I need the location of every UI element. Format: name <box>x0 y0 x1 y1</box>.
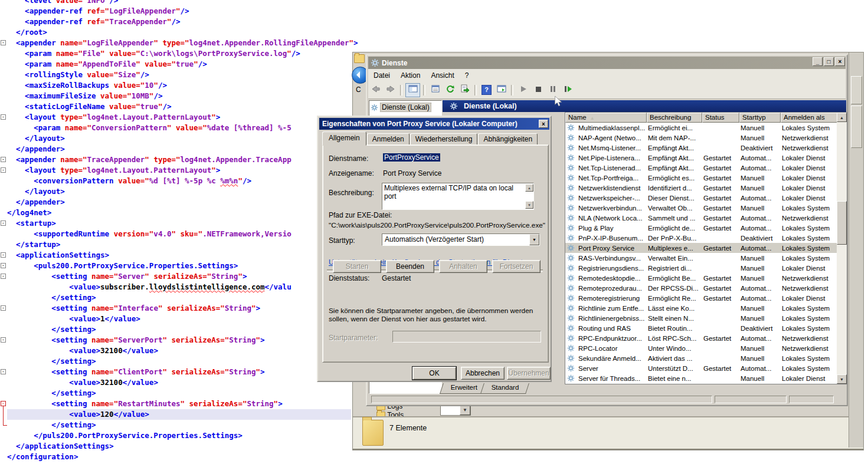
table-row[interactable]: Net.Tcp-Portfreiga...Ermöglicht es...Ges… <box>565 173 837 183</box>
code-line[interactable]: <staticLogFileName value="true"/> <box>7 101 358 112</box>
code-line[interactable]: <level value="INFO"/> <box>7 0 358 6</box>
fold-marker-red[interactable]: - <box>1 401 6 406</box>
table-row[interactable]: Routing und RASBietet Routin...Deaktivie… <box>565 323 837 333</box>
code-line[interactable]: <param name="File" value="C:\work\logs\P… <box>7 48 358 59</box>
ok-button[interactable]: OK <box>412 367 456 380</box>
stop-service-button[interactable] <box>531 84 545 97</box>
menu-datei[interactable]: Datei <box>368 70 395 81</box>
fold-marker[interactable]: - <box>1 337 6 343</box>
table-row[interactable]: Registrierungsdiens...Registriert di...M… <box>565 263 837 273</box>
code-line[interactable]: <setting name="ServerPort" serializeAs="… <box>7 335 358 345</box>
column-header-name[interactable]: Name▲ <box>565 113 647 123</box>
scroll-up-icon[interactable]: ▲ <box>837 113 847 122</box>
dienstname-value[interactable]: PortProxyService <box>383 153 440 162</box>
fold-marker[interactable]: - <box>1 40 6 45</box>
table-row[interactable]: Netzwerkverbindun...Verwaltet Ob...Gesta… <box>565 203 837 213</box>
tab-abhangigkeiten[interactable]: Abhängigkeiten <box>478 133 538 145</box>
forward-button[interactable] <box>384 84 397 97</box>
close-icon[interactable]: × <box>539 120 548 128</box>
code-line[interactable]: </layout> <box>7 186 358 197</box>
code-line[interactable]: <supportedRuntime version="v4.0" sku=".N… <box>7 229 358 239</box>
start-service-button[interactable] <box>516 84 530 97</box>
table-row[interactable]: RemoteregistrierungErmöglicht Re...Gesta… <box>565 293 837 303</box>
code-line[interactable]: <value>1</value> <box>7 314 358 324</box>
code-line[interactable]: <maximumFileSize value="10MB"/> <box>7 91 358 101</box>
table-row[interactable]: Netzwerkspeicher-...Dieser Dienst...Gest… <box>565 193 837 203</box>
table-row[interactable]: RPC-LocatorUnter Windo...ManuellNetzwerk… <box>565 343 837 353</box>
fold-marker[interactable]: - <box>1 274 6 279</box>
fold-marker[interactable]: - <box>1 305 6 311</box>
code-line[interactable]: <applicationSettings> <box>7 250 358 261</box>
table-row[interactable]: Net.Pipe-Listenera...Empfängt Akt...Gest… <box>565 153 837 163</box>
table-row[interactable]: Sekundäre Anmeld...Aktiviert das ...Manu… <box>565 353 837 363</box>
restart-service-button[interactable] <box>561 84 574 97</box>
code-line[interactable]: <setting name="Server" serializeAs="Stri… <box>7 271 358 282</box>
code-line[interactable]: <setting name="Interface" serializeAs="S… <box>7 303 358 314</box>
table-row[interactable]: Plug & PlayErmöglicht de...GestartetAuto… <box>565 223 837 233</box>
code-line[interactable]: <appender name="TraceAppender" type="log… <box>7 154 358 165</box>
fold-marker[interactable]: - <box>1 114 6 120</box>
beenden-button[interactable]: Beenden <box>386 260 434 273</box>
table-row[interactable]: NLA (Network Loca...Sammelt und ...Gesta… <box>565 213 837 223</box>
code-line[interactable]: </log4net> <box>7 208 358 218</box>
code-line[interactable]: </root> <box>7 27 358 38</box>
fold-marker[interactable]: - <box>1 369 6 374</box>
tab-wiederherstellung[interactable]: Wiederherstellung <box>410 133 478 145</box>
fold-marker[interactable]: - <box>1 221 6 226</box>
code-line[interactable]: <layout type="log4net.Layout.PatternLayo… <box>7 165 358 176</box>
table-row[interactable]: NAP-Agent (Netwo...Mit dem NAP-...Manuel… <box>565 133 837 143</box>
chevron-down-icon[interactable]: ▼ <box>529 234 539 245</box>
code-line[interactable]: <appender-ref ref="TraceAppender"/> <box>7 17 358 27</box>
fold-marker[interactable]: - <box>1 157 6 162</box>
column-header-status[interactable]: Status <box>702 113 739 123</box>
close-button[interactable]: × <box>835 57 845 66</box>
fold-marker[interactable]: - <box>1 167 6 173</box>
table-row[interactable]: Remoteprozedurau...Der RPCSS-Di...Gestar… <box>565 283 837 293</box>
table-row[interactable]: RPC-Endpunktzuor...Löst RPC-Sch...Gestar… <box>565 333 837 343</box>
properties-button[interactable] <box>428 84 442 97</box>
maximize-button[interactable]: □ <box>824 57 834 66</box>
code-line[interactable]: <rollingStyle value="Size"/> <box>7 70 358 80</box>
code-line[interactable]: </startup> <box>7 239 358 250</box>
column-header-starttyp[interactable]: Starttyp <box>739 113 781 123</box>
menu-help[interactable]: ? <box>460 70 474 81</box>
code-line[interactable]: <maxSizeRollBackups value="10"/> <box>7 80 358 91</box>
tab-anmelden[interactable]: Anmelden <box>367 133 410 145</box>
startparameter-input[interactable] <box>392 331 541 343</box>
table-row[interactable]: Richtlinie zum Entfe...Lässt eine Ko...M… <box>565 303 837 313</box>
code-line[interactable]: <value>32100</value> <box>7 345 358 356</box>
code-line[interactable]: <setting name="RestartMinutes" serialize… <box>7 399 358 409</box>
code-line[interactable]: <appender-ref ref="LogFileAppender"/> <box>7 6 358 17</box>
code-line[interactable]: </puls200.PortProxyService.Properties.Se… <box>7 430 358 441</box>
table-row[interactable]: ServerUnterstützt D...GestartetAutomat..… <box>565 363 837 373</box>
pause-service-button[interactable] <box>546 84 559 97</box>
code-line[interactable]: <conversionPattern value="%d [%t] %-5p %… <box>7 176 358 186</box>
code-line[interactable]: </setting> <box>7 420 358 430</box>
code-line[interactable]: <value>32100</value> <box>7 377 358 388</box>
code-line[interactable]: </configuration> <box>7 452 358 462</box>
code-line[interactable]: <param name="AppendToFile" value="true"/… <box>7 59 358 70</box>
export-list-button[interactable] <box>458 84 471 97</box>
table-row[interactable]: NetzwerklistendienstIdentifiziert d...Ge… <box>565 183 837 193</box>
scroll-up-icon[interactable]: ▲ <box>525 184 533 192</box>
vertical-scrollbar[interactable]: ▲ ▼ <box>837 113 847 384</box>
table-row[interactable]: PnP-X-IP-Busenum...Der PnP-X-Bu...Deakti… <box>565 233 837 243</box>
code-line[interactable]: <param name="ConversionPattern" value="%… <box>7 123 358 133</box>
beschreibung-field[interactable]: Multiplexes external TCP/IP data on loca… <box>382 183 534 210</box>
view-tab-standard[interactable]: Standard <box>480 383 529 394</box>
code-line[interactable]: <puls200.PortProxyService.Properties.Set… <box>7 261 358 271</box>
fold-marker[interactable]: - <box>1 252 6 258</box>
code-line[interactable]: <value>subscriber.lloydslistintelligence… <box>7 282 358 292</box>
code-line[interactable]: <startup> <box>7 218 358 229</box>
show-action-pane-button[interactable] <box>494 84 508 97</box>
code-line[interactable]: </appender> <box>7 144 358 154</box>
table-row[interactable]: Multimediaklassenpl...Ermöglicht ei...Ma… <box>565 123 837 133</box>
code-line[interactable]: <appender name="LogFileAppender" type="l… <box>7 38 358 48</box>
show-console-tree-button[interactable] <box>405 83 420 97</box>
code-line[interactable]: </setting> <box>7 324 358 335</box>
column-header-anmelden-als[interactable]: Anmelden als <box>781 113 838 123</box>
chevron-down-icon[interactable]: ▼ <box>460 406 470 415</box>
table-row[interactable]: Remotedesktopdie...Ermöglicht Be...Gesta… <box>565 273 837 283</box>
code-area[interactable]: <level value="INFO"/> <appender-ref ref=… <box>7 0 358 462</box>
services-titlebar[interactable]: Dienste <box>368 57 846 69</box>
